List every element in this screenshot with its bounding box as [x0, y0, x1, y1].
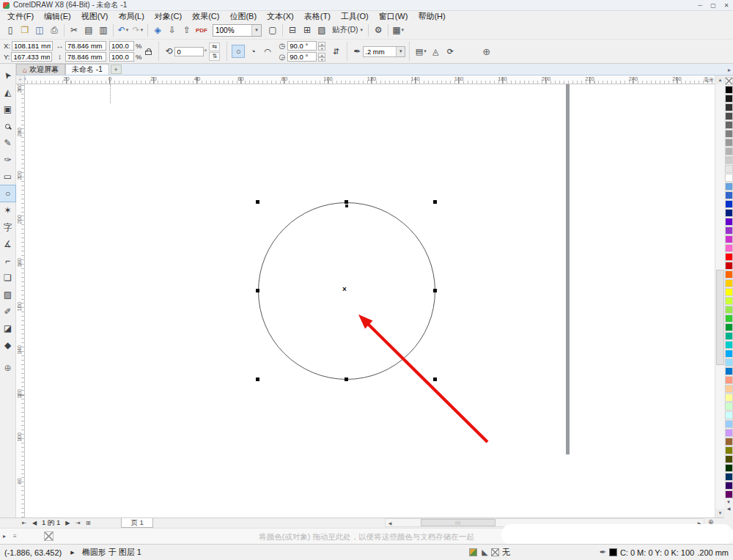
outline-width-input[interactable] — [364, 47, 396, 56]
show-guidelines-button[interactable]: ▧ — [314, 23, 329, 37]
selection-handle[interactable] — [256, 377, 259, 381]
connector-tool[interactable]: ⌐ — [0, 253, 15, 269]
transparency-tool[interactable]: ▨ — [0, 287, 15, 303]
artistic-media-tool[interactable]: ✑ — [0, 152, 15, 168]
menu-item-table[interactable]: 表格(T) — [299, 11, 336, 22]
vertical-scroll-thumb[interactable] — [716, 270, 724, 365]
show-grid-button[interactable]: ⊞ — [300, 23, 314, 37]
import-button[interactable]: ⇩ — [165, 23, 180, 37]
palette-swatch[interactable] — [725, 270, 733, 279]
palette-swatch[interactable] — [725, 130, 733, 138]
palette-swatch[interactable] — [725, 464, 733, 472]
tab-welcome[interactable]: ⌂欢迎屏幕 — [16, 64, 65, 75]
next-page-button[interactable]: ▶ — [62, 520, 73, 526]
selected-ellipse-object[interactable] — [258, 202, 435, 380]
palette-swatch[interactable] — [725, 253, 733, 261]
wrap-text-button[interactable]: ▤▾ — [414, 45, 427, 58]
text-tool[interactable]: 字 — [0, 219, 15, 235]
palette-scroll-down-icon[interactable]: ▼ — [726, 499, 731, 506]
palette-swatch[interactable] — [725, 297, 733, 305]
menu-item-bitmaps[interactable]: 位图(B) — [224, 11, 262, 22]
rotation-angle-input[interactable] — [174, 47, 204, 56]
export-button[interactable]: ⇧ — [180, 23, 194, 37]
open-document-button[interactable]: ❐ — [18, 23, 32, 37]
menu-item-object[interactable]: 对象(C) — [150, 11, 187, 22]
save-document-button[interactable]: ◫ — [32, 23, 47, 37]
chevron-down-icon[interactable]: ▾ — [396, 47, 405, 56]
copy-button[interactable]: ▤ — [81, 23, 96, 37]
toolbox-customize-button[interactable]: ⊕ — [0, 360, 15, 376]
palette-swatch[interactable] — [725, 473, 733, 481]
mirror-horizontal-button[interactable]: ⇆ — [209, 43, 220, 51]
cut-button[interactable]: ✂ — [67, 23, 81, 37]
start-angle-input[interactable] — [287, 41, 317, 51]
pick-tool[interactable]: ➤ — [0, 67, 15, 84]
change-direction-button[interactable]: ⇵ — [329, 45, 342, 58]
palette-swatch[interactable] — [725, 191, 733, 199]
selection-handle[interactable] — [433, 377, 437, 381]
palette-swatch[interactable] — [725, 218, 733, 226]
shape-tool[interactable]: ◭ — [0, 84, 15, 100]
end-angle-spinner[interactable]: ▲▼ — [318, 53, 325, 62]
sync-properties-button[interactable]: ⟳ — [443, 45, 457, 58]
pie-mode-button[interactable]: ◔ — [246, 45, 259, 58]
palette-swatch[interactable] — [725, 429, 733, 437]
page-tab[interactable]: 页 1 — [121, 518, 152, 528]
snap-dropdown[interactable]: 贴齐(D)▾ — [329, 23, 366, 37]
selection-handle[interactable] — [345, 377, 348, 381]
menu-item-help[interactable]: 帮助(H) — [413, 11, 450, 22]
palette-swatch[interactable] — [725, 174, 733, 182]
interactive-fill-tool[interactable]: ◪ — [0, 320, 15, 336]
close-button[interactable]: ✕ — [720, 0, 733, 10]
start-angle-spinner[interactable]: ▲▼ — [318, 42, 325, 51]
arc-mode-button[interactable]: ◠ — [261, 45, 274, 58]
full-screen-preview-button[interactable]: ▢ — [265, 23, 280, 37]
palette-swatch[interactable] — [725, 306, 733, 314]
print-button[interactable]: ⎙ — [47, 23, 62, 37]
smart-fill-tool[interactable]: ◆ — [0, 337, 15, 353]
zoom-tool[interactable] — [0, 118, 15, 134]
end-angle-input[interactable] — [287, 52, 317, 62]
palette-swatch[interactable] — [725, 86, 733, 94]
menu-item-view[interactable]: 视图(V) — [76, 11, 114, 22]
new-document-tab-button[interactable]: + — [111, 65, 122, 74]
palette-swatch[interactable] — [725, 394, 733, 402]
paste-button[interactable]: ▥ — [96, 23, 111, 37]
object-height-input[interactable] — [65, 52, 106, 62]
palette-swatch[interactable] — [725, 446, 733, 454]
zoom-level-input[interactable] — [213, 26, 251, 34]
app-launcher-button[interactable]: ▦▾ — [391, 23, 405, 37]
palette-swatch[interactable] — [725, 147, 733, 155]
mirror-vertical-button[interactable]: ⇅ — [209, 52, 220, 61]
color-eyedropper-tool[interactable]: ✐ — [0, 303, 15, 320]
palette-swatch[interactable] — [725, 376, 733, 384]
palette-swatch[interactable] — [725, 95, 733, 103]
minimize-button[interactable]: ─ — [693, 0, 707, 10]
object-x-input[interactable] — [12, 41, 53, 51]
palette-swatch[interactable] — [725, 420, 733, 428]
selection-handle[interactable] — [433, 289, 437, 292]
first-page-button[interactable]: ⇤ — [19, 520, 29, 526]
lock-ratio-button[interactable] — [145, 51, 152, 55]
canvas[interactable]: × — [25, 84, 715, 517]
show-rulers-button[interactable]: ⊟ — [285, 23, 300, 37]
menu-item-file[interactable]: 文件(F) — [2, 11, 39, 22]
horizontal-scroll-thumb[interactable]: ||| — [421, 519, 496, 526]
palette-swatch[interactable] — [725, 183, 733, 191]
palette-swatch[interactable] — [725, 262, 733, 270]
object-center-marker[interactable]: × — [342, 285, 347, 293]
search-content-button[interactable]: ◈ — [150, 23, 165, 37]
palette-flyout-icon[interactable]: ◀ — [727, 506, 731, 512]
fill-status[interactable]: ◣ 无 — [482, 547, 509, 558]
crop-tool[interactable]: ▣ — [0, 101, 15, 117]
outline-width-select[interactable]: ▾ — [363, 46, 405, 57]
object-y-input[interactable] — [11, 52, 52, 62]
palette-swatch[interactable] — [725, 103, 733, 111]
undo-button[interactable]: ↶▾ — [116, 23, 130, 37]
palette-swatch[interactable] — [725, 112, 733, 120]
menu-item-text[interactable]: 文本(X) — [262, 11, 299, 22]
selection-handle[interactable] — [433, 200, 437, 204]
parallel-dimension-tool[interactable]: ∡ — [0, 236, 15, 252]
publish-pdf-button[interactable]: PDF — [194, 23, 209, 37]
tab-doc1[interactable]: 未命名 -1 — [65, 64, 109, 75]
